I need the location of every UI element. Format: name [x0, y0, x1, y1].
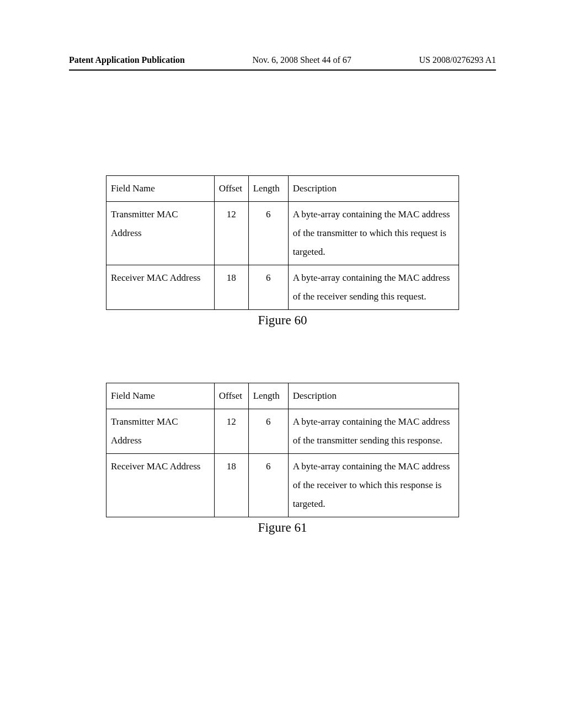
col-header-length: Length: [248, 176, 288, 202]
cell-offset: 12: [214, 409, 248, 454]
page-header: Patent Application Publication Nov. 6, 2…: [69, 55, 496, 65]
table-row: Receiver MAC Address 18 6 A byte-array c…: [106, 454, 459, 517]
figure-60-table: Field Name Offset Length Description Tra…: [106, 175, 459, 310]
cell-field-name: Receiver MAC Address: [106, 265, 215, 310]
cell-field-name: Receiver MAC Address: [106, 454, 215, 517]
cell-field-name: Transmitter MAC Address: [106, 409, 215, 454]
figure-61-table: Field Name Offset Length Description Tra…: [106, 383, 459, 517]
table-row: Transmitter MAC Address 12 6 A byte-arra…: [106, 202, 459, 265]
cell-offset: 12: [214, 202, 248, 265]
cell-offset: 18: [214, 265, 248, 310]
cell-field-name: Transmitter MAC Address: [106, 202, 215, 265]
cell-description: A byte-array containing the MAC address …: [288, 265, 459, 310]
table-header-row: Field Name Offset Length Description: [106, 176, 459, 202]
col-header-description: Description: [288, 383, 459, 409]
col-header-length: Length: [248, 383, 288, 409]
cell-offset: 18: [214, 454, 248, 517]
table-row: Transmitter MAC Address 12 6 A byte-arra…: [106, 409, 459, 454]
table-row: Receiver MAC Address 18 6 A byte-array c…: [106, 265, 459, 310]
col-header-description: Description: [288, 176, 459, 202]
figure-60-block: Field Name Offset Length Description Tra…: [69, 175, 496, 328]
figure-60-caption: Figure 60: [69, 313, 496, 328]
cell-length: 6: [248, 454, 288, 517]
cell-description: A byte-array containing the MAC address …: [288, 202, 459, 265]
table-header-row: Field Name Offset Length Description: [106, 383, 459, 409]
cell-length: 6: [248, 265, 288, 310]
header-divider: [69, 69, 496, 71]
cell-description: A byte-array containing the MAC address …: [288, 454, 459, 517]
col-header-offset: Offset: [214, 383, 248, 409]
col-header-field: Field Name: [106, 383, 215, 409]
cell-length: 6: [248, 202, 288, 265]
figure-61-caption: Figure 61: [69, 521, 496, 535]
header-date-sheet: Nov. 6, 2008 Sheet 44 of 67: [252, 55, 351, 65]
cell-length: 6: [248, 409, 288, 454]
col-header-field: Field Name: [106, 176, 215, 202]
col-header-offset: Offset: [214, 176, 248, 202]
header-patent-number: US 2008/0276293 A1: [419, 55, 496, 65]
cell-description: A byte-array containing the MAC address …: [288, 409, 459, 454]
header-publication: Patent Application Publication: [69, 55, 185, 65]
figure-61-block: Field Name Offset Length Description Tra…: [69, 383, 496, 535]
